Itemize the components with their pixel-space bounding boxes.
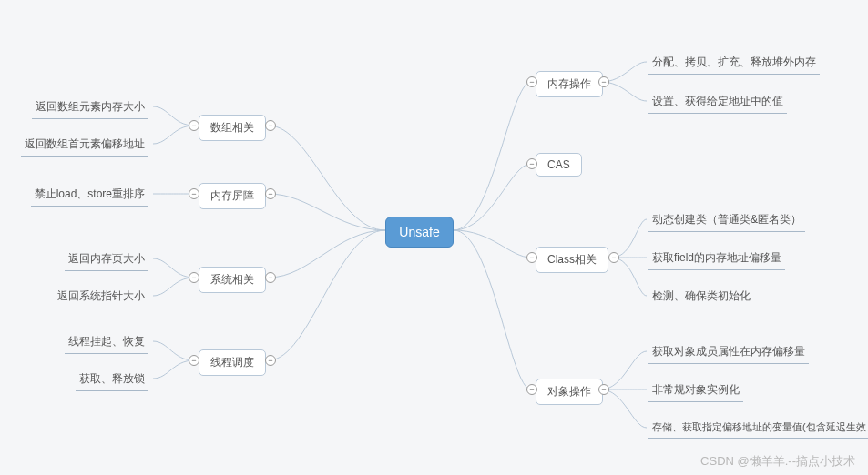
node-barrier[interactable]: 内存屏障: [199, 183, 266, 209]
toggle-thread-left[interactable]: −: [189, 355, 199, 366]
node-thread[interactable]: 线程调度: [199, 349, 266, 376]
toggle-object-right[interactable]: −: [598, 384, 609, 395]
leaf-class-1: 获取field的内存地址偏移量: [648, 248, 785, 270]
toggle-array-left[interactable]: −: [189, 120, 199, 131]
toggle-system-right[interactable]: −: [265, 272, 276, 283]
leaf-memory-0: 分配、拷贝、扩充、释放堆外内存: [648, 53, 820, 75]
leaf-system-0: 返回内存页大小: [65, 249, 148, 271]
mindmap-canvas: Unsafe 数组相关 − − 内存屏障 − − 系统相关 − − 线程调度 −…: [0, 0, 868, 475]
leaf-thread-1: 获取、释放锁: [76, 369, 148, 391]
leaf-object-0: 获取对象成员属性在内存偏移量: [648, 342, 809, 364]
leaf-array-1: 返回数组首元素偏移地址: [21, 135, 148, 157]
node-object[interactable]: 对象操作: [536, 379, 603, 405]
toggle-thread-right[interactable]: −: [265, 355, 276, 366]
toggle-class-right[interactable]: −: [608, 252, 619, 263]
node-cas-label: CAS: [547, 158, 570, 171]
node-system[interactable]: 系统相关: [199, 267, 266, 293]
node-system-label: 系统相关: [210, 272, 254, 288]
toggle-class-left[interactable]: −: [526, 252, 537, 263]
leaf-memory-1: 设置、获得给定地址中的值: [648, 92, 787, 114]
root-node[interactable]: Unsafe: [385, 217, 454, 248]
node-array-label: 数组相关: [210, 120, 254, 136]
leaf-class-0: 动态创建类（普通类&匿名类）: [648, 210, 805, 232]
watermark: CSDN @懒羊羊.--搞点小技术: [700, 453, 855, 470]
toggle-memory-left[interactable]: −: [526, 76, 537, 87]
toggle-system-left[interactable]: −: [189, 272, 199, 283]
node-cas[interactable]: CAS: [536, 153, 582, 177]
node-class-label: Class相关: [547, 252, 597, 268]
toggle-array-right[interactable]: −: [265, 120, 276, 131]
node-memory[interactable]: 内存操作: [536, 71, 603, 97]
leaf-class-2: 检测、确保类初始化: [648, 287, 754, 308]
node-barrier-label: 内存屏障: [210, 188, 254, 204]
leaf-object-1: 非常规对象实例化: [648, 380, 743, 402]
leaf-barrier-0: 禁止load、store重排序: [31, 185, 148, 207]
node-thread-label: 线程调度: [210, 355, 254, 370]
node-class[interactable]: Class相关: [536, 247, 608, 273]
leaf-system-1: 返回系统指针大小: [54, 287, 148, 308]
leaf-thread-0: 线程挂起、恢复: [65, 332, 148, 354]
toggle-object-left[interactable]: −: [526, 384, 537, 395]
node-memory-label: 内存操作: [547, 76, 591, 92]
node-object-label: 对象操作: [547, 384, 591, 399]
leaf-array-0: 返回数组元素内存大小: [32, 97, 148, 119]
toggle-cas-left[interactable]: −: [526, 158, 537, 169]
node-array[interactable]: 数组相关: [199, 115, 266, 141]
toggle-barrier-right[interactable]: −: [265, 188, 276, 199]
root-label: Unsafe: [399, 225, 439, 239]
toggle-barrier-left[interactable]: −: [189, 188, 199, 199]
leaf-object-2: 存储、获取指定偏移地址的变量值(包含延迟生效、volatile语义): [648, 419, 868, 439]
toggle-memory-right[interactable]: −: [598, 76, 609, 87]
